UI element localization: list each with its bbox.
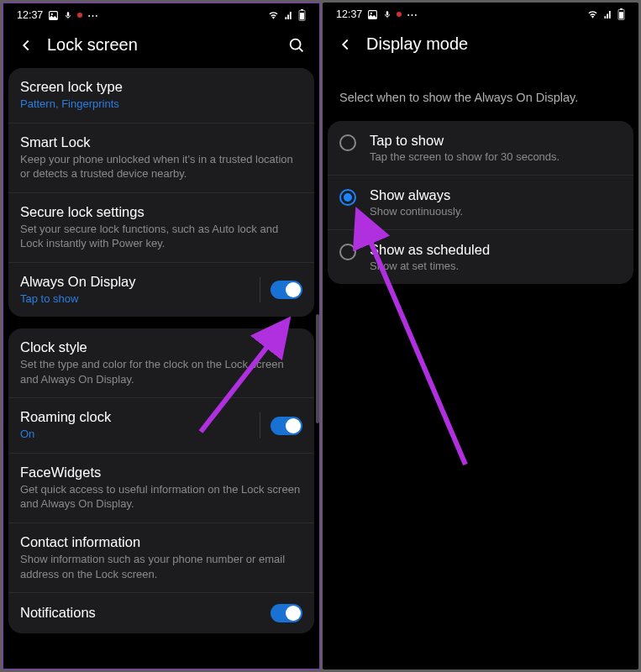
item-title: Contact information: [20, 534, 302, 550]
header: Display mode: [323, 26, 638, 67]
signal-icon: [602, 10, 614, 19]
option-show-scheduled[interactable]: Show as scheduled Show at set times.: [328, 229, 633, 284]
item-subtitle: Set your secure lock functions, such as …: [20, 222, 302, 251]
option-show-always[interactable]: Show always Show continuously.: [328, 175, 633, 229]
option-title: Show always: [370, 187, 622, 203]
status-time: 12:37: [17, 9, 43, 21]
wifi-icon: [586, 10, 599, 19]
item-subtitle: Set the type and color for the clock on …: [20, 357, 302, 386]
item-subtitle: Tap to show: [20, 291, 250, 307]
item-facewidgets[interactable]: FaceWidgets Get quick access to useful i…: [8, 453, 314, 522]
item-subtitle: Show information such as your phone numb…: [20, 552, 302, 581]
option-subtitle: Show continuously.: [370, 205, 622, 218]
item-subtitle: Pattern, Fingerprints: [20, 97, 302, 112]
item-always-on-display[interactable]: Always On Display Tap to show: [8, 262, 314, 318]
red-dot-icon: [77, 13, 82, 18]
battery-icon: [617, 8, 625, 20]
item-secure-lock[interactable]: Secure lock settings Set your secure loc…: [8, 192, 314, 262]
phone-lock-screen: 12:37 ⋯ Lock screen Screen lock type Pat…: [3, 3, 320, 669]
svg-rect-4: [300, 13, 304, 19]
battery-icon: [298, 9, 306, 21]
item-roaming-clock[interactable]: Roaming clock On: [8, 397, 314, 453]
svg-rect-3: [301, 9, 303, 10]
settings-group-1: Screen lock type Pattern, Fingerprints S…: [8, 68, 314, 317]
page-title: Display mode: [366, 34, 625, 54]
signal-icon: [283, 11, 295, 20]
search-icon[interactable]: [287, 36, 306, 55]
item-title: Clock style: [20, 339, 302, 355]
item-title: Notifications: [20, 605, 250, 621]
option-subtitle: Tap the screen to show for 30 seconds.: [370, 150, 622, 163]
settings-list: Screen lock type Pattern, Fingerprints S…: [3, 68, 319, 669]
item-clock-style[interactable]: Clock style Set the type and color for t…: [8, 328, 314, 397]
red-dot-icon: [397, 12, 402, 17]
aod-toggle[interactable]: [271, 281, 302, 299]
status-time: 12:37: [336, 8, 362, 20]
status-more: ⋯: [407, 8, 418, 21]
option-title: Show as scheduled: [370, 242, 622, 258]
page-title: Lock screen: [47, 35, 287, 55]
item-contact-info[interactable]: Contact information Show information suc…: [8, 522, 314, 592]
status-bar: 12:37 ⋯: [3, 3, 319, 27]
svg-point-1: [51, 13, 53, 14]
svg-rect-10: [620, 8, 623, 9]
item-smart-lock[interactable]: Smart Lock Keep your phone unlocked when…: [8, 123, 314, 192]
item-title: Screen lock type: [20, 79, 302, 95]
status-more: ⋯: [87, 9, 98, 22]
item-title: Smart Lock: [20, 134, 302, 150]
item-title: Roaming clock: [20, 409, 250, 425]
svg-rect-11: [619, 12, 623, 18]
wifi-icon: [267, 11, 280, 20]
option-subtitle: Show at set times.: [370, 260, 622, 272]
settings-group-2: Clock style Set the type and color for t…: [8, 328, 314, 633]
item-notifications[interactable]: Notifications: [8, 592, 314, 633]
mic-icon: [64, 10, 72, 21]
display-mode-content: Select when to show the Always On Displa…: [323, 67, 638, 669]
header: Lock screen: [3, 27, 319, 68]
radio-icon[interactable]: [339, 244, 356, 260]
image-icon: [367, 9, 378, 20]
roaming-clock-toggle[interactable]: [271, 417, 302, 435]
scroll-indicator: [316, 314, 319, 423]
option-title: Tap to show: [370, 133, 622, 149]
item-title: FaceWidgets: [20, 465, 302, 480]
item-subtitle: Keep your phone unlocked when it's in a …: [20, 152, 302, 181]
item-title: Secure lock settings: [20, 204, 302, 220]
item-subtitle: On: [20, 427, 250, 442]
image-icon: [48, 10, 59, 21]
notifications-toggle[interactable]: [271, 604, 302, 622]
svg-point-8: [370, 12, 372, 13]
item-title: Always On Display: [20, 274, 250, 290]
status-bar: 12:37 ⋯: [323, 3, 638, 26]
svg-point-5: [291, 39, 301, 49]
back-icon[interactable]: [336, 35, 355, 54]
item-screen-lock-type[interactable]: Screen lock type Pattern, Fingerprints: [8, 68, 314, 123]
option-tap-to-show[interactable]: Tap to show Tap the screen to show for 3…: [328, 121, 633, 175]
display-mode-options: Tap to show Tap the screen to show for 3…: [328, 121, 633, 284]
phone-display-mode: 12:37 ⋯ Display mode Select when to show…: [323, 3, 638, 669]
item-subtitle: Get quick access to useful information o…: [20, 482, 302, 512]
radio-icon[interactable]: [339, 134, 356, 151]
back-icon[interactable]: [17, 36, 35, 55]
section-description: Select when to show the Always On Displa…: [328, 67, 633, 121]
radio-icon[interactable]: [339, 189, 356, 206]
mic-icon: [383, 9, 391, 20]
